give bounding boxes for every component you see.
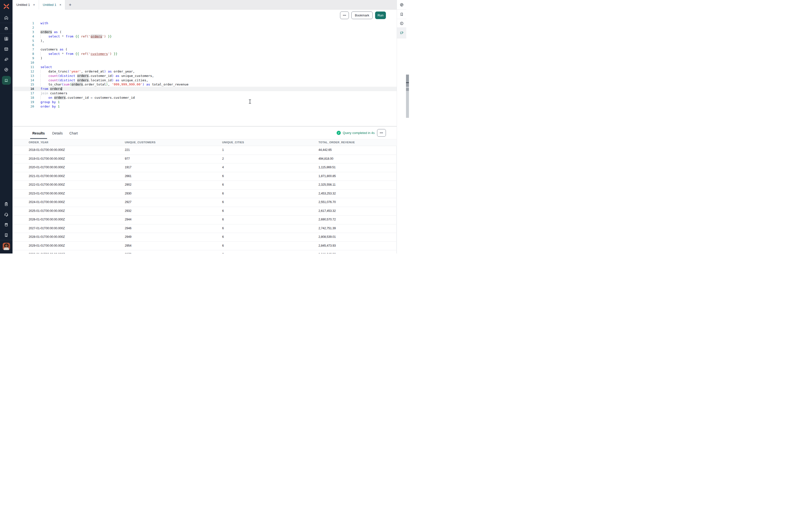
line-number: 12 [12, 69, 34, 74]
dashboard-icon [4, 37, 9, 41]
code-line-12[interactable]: 12 date_trunc('year', ordered_at) as ord… [12, 69, 397, 74]
code-line-4[interactable]: 4 select * from {{ ref('orders') }} [12, 34, 397, 39]
compass-icon [400, 3, 404, 7]
sidebar-item-collections[interactable] [0, 23, 12, 33]
bookmark-button[interactable]: Bookmark [351, 11, 373, 19]
table-cell: 2661 [125, 174, 132, 178]
sidebar-item-support[interactable] [0, 209, 12, 219]
code-token: as [106, 69, 113, 73]
code-token: orders [54, 96, 66, 100]
code-line-8[interactable]: 8 select * from {{ ref('customers') }} [12, 52, 397, 56]
right-item-ai-assistant[interactable] [397, 28, 406, 39]
sidebar-item-changelog[interactable] [0, 199, 12, 209]
code-token: 1 [58, 100, 60, 104]
right-item-bookmarks[interactable] [397, 9, 406, 19]
table-row[interactable]: 2028-01-01T00:00:00.000Z294962,808,539.0… [12, 233, 396, 242]
table-cell: 2930 [125, 192, 132, 195]
code-line-3[interactable]: 3orders as ( [12, 30, 397, 34]
code-token: select [48, 35, 60, 38]
code-token [41, 74, 48, 78]
table-row[interactable]: 2027-01-01T00:00:00.000Z294662,742,751.3… [12, 224, 396, 233]
table-row[interactable]: 2019-01-01T00:00:00.000Z9772494,818.00 [12, 155, 396, 164]
table-cell: 2021-01-01T00:00:00.000Z [29, 174, 65, 178]
column-header-order_year[interactable]: ORDER_YEAR [29, 141, 48, 144]
code-line-20[interactable]: 20order by 1 [12, 104, 397, 109]
close-icon[interactable]: × [32, 2, 36, 7]
sidebar-item-code[interactable] [0, 44, 12, 54]
code-line-7[interactable]: 7customers as ( [12, 47, 397, 52]
table-cell: 6 [222, 235, 224, 238]
sidebar-item-organization[interactable] [0, 230, 12, 240]
table-row[interactable]: 2020-01-01T00:00:00.000Z191741,115,869.5… [12, 163, 396, 172]
table-cell: 494,818.00 [318, 157, 334, 160]
query-status: ✓ Query completed in 4s [337, 131, 374, 135]
table-row[interactable]: 2025-01-01T00:00:00.000Z293262,617,453.3… [12, 207, 396, 216]
code-token: total_order_revenue [152, 82, 189, 86]
right-item-history[interactable] [397, 19, 406, 28]
code-line-15[interactable]: 15 to_char(sum(orders.order_total), '999… [12, 82, 397, 87]
code-line-17[interactable]: 17join customers [12, 91, 397, 96]
line-number: 2 [12, 25, 34, 30]
code-line-1[interactable]: 1with [12, 21, 397, 25]
right-item-explore[interactable] [397, 0, 406, 9]
column-header-total_order_revenue[interactable]: TOTAL_ORDER_REVENUE [318, 141, 355, 144]
table-row[interactable]: 2029-01-01T00:00:00.000Z295462,845,473.9… [12, 242, 396, 250]
headset-icon [4, 212, 9, 217]
compass-icon [4, 67, 9, 72]
table-row[interactable]: 2024-01-01T00:00:00.000Z292762,551,076.7… [12, 198, 396, 207]
tab-untitled-1[interactable]: Untitled 1 × [12, 0, 39, 9]
code-line-6[interactable]: 6 [12, 43, 397, 47]
home-icon [4, 15, 9, 20]
code-token: customers.customer_id [94, 96, 135, 100]
code-line-19[interactable]: 19group by 1 [12, 100, 397, 104]
table-row[interactable]: 2023-01-01T00:00:00.000Z293062,453,253.3… [12, 189, 396, 199]
sidebar-item-explore[interactable] [0, 64, 12, 75]
table-cell: 1,841,049.32 [318, 252, 336, 253]
tab-details[interactable]: Details [50, 130, 65, 137]
code-line-9[interactable]: 9) [12, 56, 397, 60]
code-line-10[interactable]: 10 [12, 60, 397, 65]
sidebar-item-apps[interactable] [0, 34, 12, 44]
code-line-18[interactable]: 18 on orders.customer_id = customers.cus… [12, 96, 397, 100]
sidebar-item-workstation[interactable] [0, 75, 12, 86]
column-header-unique_cities[interactable]: UNIQUE_CITIES [222, 141, 244, 144]
run-button[interactable]: Run [375, 11, 386, 19]
sidebar-item-home[interactable] [0, 12, 12, 23]
user-avatar[interactable] [3, 243, 10, 250]
code-token: as [144, 82, 152, 86]
code-token: unique_customers, [121, 74, 154, 78]
sidebar-item-docs[interactable] [0, 219, 12, 230]
line-number: 13 [12, 74, 34, 78]
close-icon[interactable]: × [59, 2, 62, 7]
more-options-button[interactable]: ••• [340, 11, 349, 19]
code-token: }} [113, 52, 117, 56]
code-token: from [41, 87, 48, 91]
new-tab-button[interactable]: + [65, 0, 75, 9]
code-line-11[interactable]: 11select [12, 65, 397, 69]
table-row[interactable]: 2026-01-01T00:00:00.000Z294462,690,570.7… [12, 216, 396, 224]
line-number: 15 [12, 82, 34, 87]
tab-untitled-2[interactable]: Untitled 1 × [39, 0, 65, 9]
column-header-unique_customers[interactable]: UNIQUE_CUSTOMERS [125, 141, 155, 144]
code-token: from [66, 52, 73, 56]
sql-editor[interactable]: 1with23orders as (4 select * from {{ ref… [12, 21, 397, 126]
code-token: from [66, 35, 73, 38]
code-line-2[interactable]: 2 [12, 25, 397, 30]
code-line-16[interactable]: 16from orders [12, 87, 397, 91]
line-number: 7 [12, 47, 34, 52]
table-row[interactable]: 2018-01-01T00:00:00.000Z221144,442.65 [12, 146, 396, 155]
code-token: .customer_id [89, 74, 112, 78]
table-row[interactable]: 2021-01-01T00:00:00.000Z266161,871,800.8… [12, 172, 396, 181]
table-row[interactable]: 2030-01-01T00:00:00.000Z287961,841,049.3… [12, 250, 396, 253]
sidebar-item-components[interactable] [0, 54, 12, 64]
tab-results[interactable]: Results [30, 130, 47, 137]
code-token [41, 35, 48, 38]
app-logo[interactable] [3, 3, 10, 10]
code-line-5[interactable]: 5), [12, 39, 397, 43]
code-line-14[interactable]: 14 count(distinct orders.location_id) as… [12, 78, 397, 82]
code-token: orders [41, 30, 52, 34]
tab-chart[interactable]: Chart [67, 130, 80, 137]
results-more-button[interactable]: ••• [377, 129, 386, 137]
code-line-13[interactable]: 13 count(distinct orders.customer_id) as… [12, 74, 397, 78]
table-row[interactable]: 2022-01-01T00:00:00.000Z290262,325,556.1… [12, 181, 396, 189]
